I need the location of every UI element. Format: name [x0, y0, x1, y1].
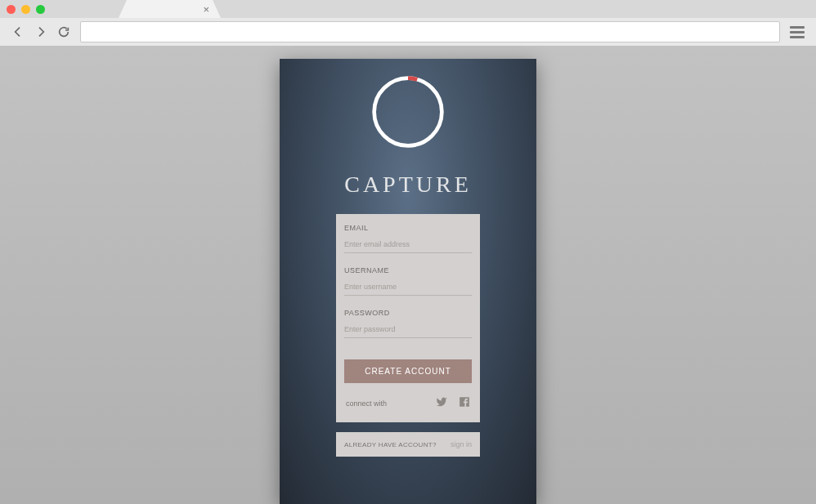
window-controls [7, 5, 45, 14]
forward-button[interactable] [34, 25, 47, 38]
email-group: EMAIL [344, 224, 472, 253]
email-field[interactable] [344, 238, 472, 253]
signup-panel: CAPTURE EMAIL USERNAME PASSWORD CREATE A… [280, 59, 536, 504]
reload-button[interactable] [57, 25, 70, 38]
facebook-icon[interactable] [459, 396, 470, 411]
browser-chrome: × [0, 0, 816, 46]
connect-row: connect with [344, 396, 472, 411]
signin-link[interactable]: sign in [451, 440, 472, 448]
password-group: PASSWORD [344, 309, 472, 338]
connect-label: connect with [346, 399, 387, 408]
close-window-button[interactable] [7, 5, 16, 14]
app-title: CAPTURE [344, 172, 472, 198]
username-field[interactable] [344, 280, 472, 296]
username-label: USERNAME [344, 266, 472, 274]
social-icons [436, 396, 470, 411]
email-label: EMAIL [344, 224, 472, 232]
twitter-icon[interactable] [436, 396, 447, 411]
menu-button[interactable] [790, 26, 805, 38]
already-have-account-label: ALREADY HAVE ACCOUNT? [344, 441, 437, 448]
page-viewport: CAPTURE EMAIL USERNAME PASSWORD CREATE A… [0, 46, 816, 504]
maximize-window-button[interactable] [36, 5, 45, 14]
password-label: PASSWORD [344, 309, 472, 317]
browser-tab[interactable]: × [119, 0, 221, 18]
signin-card: ALREADY HAVE ACCOUNT? sign in [336, 432, 480, 457]
tab-bar: × [0, 0, 816, 18]
back-button[interactable] [11, 25, 25, 38]
minimize-window-button[interactable] [21, 5, 30, 14]
signup-form: EMAIL USERNAME PASSWORD CREATE ACCOUNT c… [336, 214, 480, 422]
username-group: USERNAME [344, 266, 472, 296]
password-field[interactable] [344, 323, 472, 338]
close-tab-icon[interactable]: × [203, 4, 209, 15]
url-bar[interactable] [80, 21, 780, 42]
create-account-button[interactable]: CREATE ACCOUNT [344, 359, 472, 383]
logo-circle [370, 74, 446, 150]
svg-point-0 [374, 78, 442, 146]
browser-toolbar [0, 18, 816, 46]
